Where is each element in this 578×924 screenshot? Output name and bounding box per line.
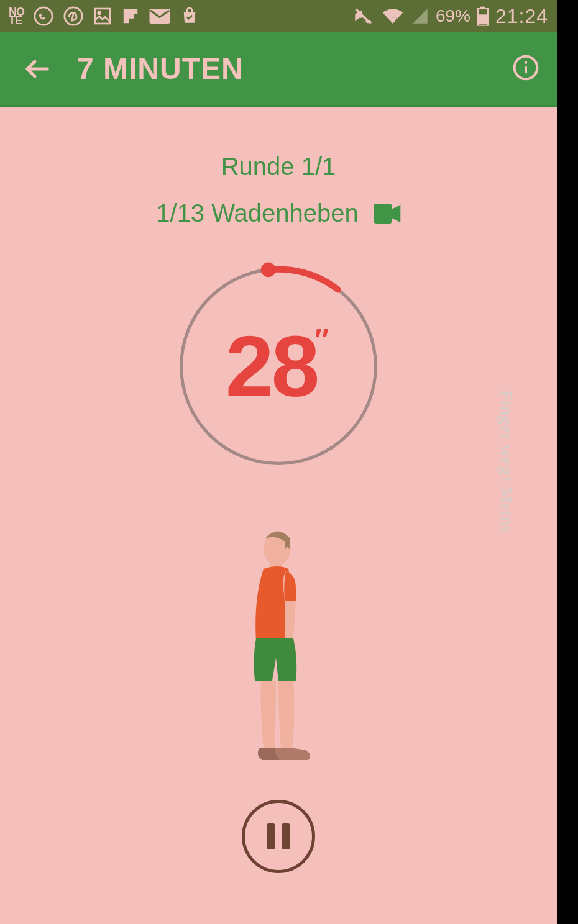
info-button[interactable]	[512, 54, 539, 84]
svg-rect-2	[95, 9, 110, 24]
exercise-illustration	[204, 527, 353, 775]
svg-point-3	[98, 12, 101, 14]
flipboard-icon	[121, 7, 140, 25]
gallery-icon	[93, 6, 112, 26]
svg-point-16	[285, 547, 289, 553]
svg-rect-7	[480, 7, 485, 9]
svg-rect-12	[374, 204, 391, 224]
svg-text:↑↓: ↑↓	[392, 15, 397, 21]
countdown-timer: 28 ″	[173, 261, 384, 472]
wifi-icon: ↑↓	[381, 7, 405, 25]
battery-icon	[477, 6, 489, 26]
arrow-left-icon	[22, 54, 52, 84]
timer-unit: ″	[314, 322, 329, 356]
vibrate-icon	[351, 6, 375, 27]
video-icon	[374, 204, 401, 224]
pinterest-icon	[63, 6, 84, 27]
workout-screen: Runde 1/1 1/13 Wadenheben 28 ″	[0, 107, 557, 924]
exercise-label: 1/13 Wadenheben	[156, 199, 358, 227]
back-button[interactable]	[22, 54, 52, 84]
clock: 21:24	[495, 5, 548, 28]
battery-percent: 69%	[436, 6, 470, 26]
note-app-icon: NOTE	[9, 7, 24, 25]
person-icon	[204, 527, 353, 775]
video-button[interactable]	[374, 204, 401, 224]
pause-icon	[282, 823, 290, 849]
side-strip: Finger weg! Meins	[557, 0, 578, 924]
pause-button[interactable]	[242, 800, 315, 873]
svg-point-11	[525, 61, 527, 63]
svg-point-0	[35, 7, 52, 25]
app-bar: 7 MINUTEN	[0, 32, 557, 107]
exercise-row: 1/13 Wadenheben	[0, 199, 557, 227]
svg-rect-8	[479, 14, 487, 24]
status-bar: NOTE	[0, 0, 557, 32]
page-title: 7 MINUTEN	[77, 52, 487, 86]
info-icon	[512, 54, 539, 81]
timer-seconds: 28	[226, 323, 318, 410]
store-icon	[180, 6, 200, 26]
signal-icon	[411, 7, 429, 25]
mail-icon	[149, 7, 171, 25]
pause-icon	[267, 823, 275, 849]
round-label: Runde 1/1	[0, 153, 557, 181]
whatsapp-icon	[33, 6, 54, 27]
watermark-text: Finger weg! Meins	[497, 391, 516, 533]
